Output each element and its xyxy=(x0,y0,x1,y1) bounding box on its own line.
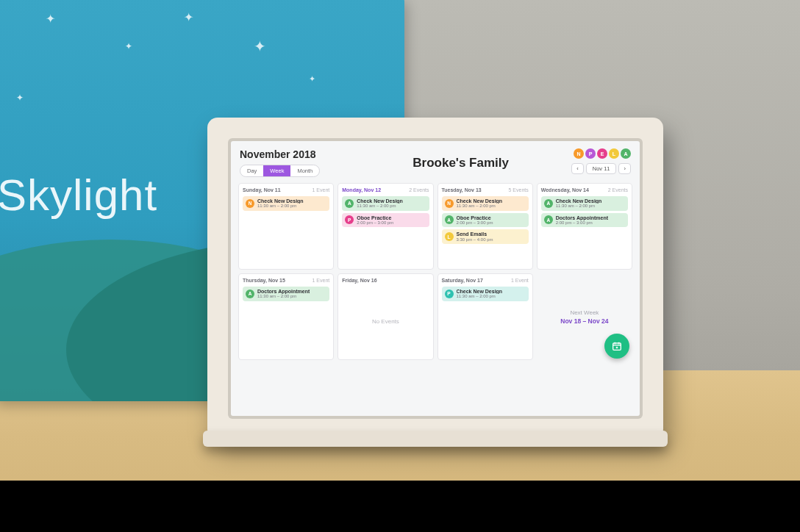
day-name: Wednesday, Nov 14 xyxy=(541,187,589,193)
month-title: November 2018 xyxy=(240,148,350,160)
event-avatar: P xyxy=(345,215,354,224)
event-text: Check New Design11:30 am – 2:00 pm xyxy=(457,198,503,209)
view-week-tab[interactable]: Week xyxy=(263,165,290,176)
family-avatar[interactable]: A xyxy=(621,148,631,159)
day-header: Saturday, Nov 171 Event xyxy=(442,278,529,283)
day-cell[interactable]: Wednesday, Nov 142 EventsACheck New Desi… xyxy=(537,183,632,270)
event-card[interactable]: LSend Emails3:30 pm – 4:00 pm xyxy=(442,229,529,244)
view-segmented-control: Day Week Month xyxy=(240,165,320,177)
event-card[interactable]: AOboe Practice2:00 pm – 3:00 pm xyxy=(442,213,529,228)
event-time: 2:00 pm – 3:00 pm xyxy=(457,220,493,225)
day-event-count: 1 Event xyxy=(511,278,529,283)
calendar-header: November 2018 Day Week Month Brooke's Fa… xyxy=(231,141,640,180)
day-header: Sunday, Nov 111 Event xyxy=(243,187,329,193)
event-text: Check New Design11:30 am – 2:00 pm xyxy=(556,198,602,209)
current-date-label: Nov 11 xyxy=(586,163,617,174)
day-name: Sunday, Nov 11 xyxy=(243,187,281,193)
day-event-count: 2 Events xyxy=(608,187,628,193)
day-cell[interactable]: Thursday, Nov 151 EventADoctors Appointm… xyxy=(238,273,334,360)
calendar-plus-icon xyxy=(611,340,623,352)
day-name: Monday, Nov 12 xyxy=(342,187,381,193)
event-time: 3:30 pm – 4:00 pm xyxy=(457,237,493,242)
day-header: Friday, Nov 16 xyxy=(342,278,429,283)
event-avatar: L xyxy=(445,232,454,241)
event-title: Check New Design xyxy=(457,289,503,294)
event-card[interactable]: POboe Practice2:00 pm – 3:00 pm xyxy=(342,213,429,228)
day-event-count: 2 Events xyxy=(409,187,429,193)
product-photo-scene: ✦ ✦ ✦ ✦ ✦ ✦ Skylight November 2018 Day W… xyxy=(0,0,800,532)
event-card[interactable]: ACheck New Design11:30 am – 2:00 pm xyxy=(541,196,628,211)
family-title: Brooke's Family xyxy=(413,156,509,170)
event-title: Check New Design xyxy=(556,198,602,204)
event-avatar: A xyxy=(544,215,553,224)
week-grid: Sunday, Nov 111 EventNCheck New Design11… xyxy=(231,180,640,366)
next-week-label: Next Week xyxy=(570,309,599,316)
event-time: 11:30 am – 2:00 pm xyxy=(257,204,304,208)
event-card[interactable]: ACheck New Design11:30 am – 2:00 pm xyxy=(342,196,429,211)
day-cell[interactable]: Monday, Nov 122 EventsACheck New Design1… xyxy=(338,183,433,270)
prev-week-button[interactable]: ‹ xyxy=(571,163,584,174)
family-avatar-row: NPELA xyxy=(571,148,631,159)
event-title: Oboe Practice xyxy=(457,215,493,220)
star-icon: ✦ xyxy=(254,37,266,55)
event-card[interactable]: PCheck New Design11:30 am – 2:00 pm xyxy=(442,287,529,301)
event-time: 11:30 am – 2:00 pm xyxy=(357,204,403,208)
event-card[interactable]: ADoctors Appointment11:30 am – 2:00 pm xyxy=(243,287,329,301)
event-card[interactable]: ADoctors Appointment2:00 pm – 3:00 pm xyxy=(541,213,628,228)
event-time: 11:30 am – 2:00 pm xyxy=(556,204,602,208)
event-title: Check New Design xyxy=(257,198,304,204)
event-time: 11:30 am – 2:00 pm xyxy=(257,294,310,298)
family-avatar[interactable]: E xyxy=(597,148,607,159)
event-text: Send Emails3:30 pm – 4:00 pm xyxy=(457,231,493,242)
event-text: Oboe Practice2:00 pm – 3:00 pm xyxy=(457,215,493,226)
event-text: Check New Design11:30 am – 2:00 pm xyxy=(357,198,403,209)
family-avatar[interactable]: P xyxy=(585,148,596,159)
event-text: Oboe Practice2:00 pm – 3:00 pm xyxy=(357,215,393,226)
family-avatar[interactable]: N xyxy=(574,148,584,159)
event-avatar: N xyxy=(246,199,254,208)
box-brand-text: Skylight xyxy=(0,170,157,220)
day-header: Thursday, Nov 151 Event xyxy=(243,278,329,283)
star-icon: ✦ xyxy=(309,74,315,84)
event-text: Check New Design11:30 am – 2:00 pm xyxy=(457,289,503,299)
event-text: Doctors Appointment11:30 am – 2:00 pm xyxy=(257,289,310,299)
event-text: Check New Design11:30 am – 2:00 pm xyxy=(257,198,304,209)
event-time: 11:30 am – 2:00 pm xyxy=(457,204,503,208)
day-cell[interactable]: Tuesday, Nov 135 EventsNCheck New Design… xyxy=(438,183,533,270)
screen-bezel: November 2018 Day Week Month Brooke's Fa… xyxy=(228,138,643,419)
event-time: 11:30 am – 2:00 pm xyxy=(457,294,503,298)
star-icon: ✦ xyxy=(184,10,193,24)
next-week-button[interactable]: › xyxy=(618,163,631,174)
day-cell[interactable]: Saturday, Nov 171 EventPCheck New Design… xyxy=(438,273,533,360)
event-title: Check New Design xyxy=(357,198,403,204)
date-nav: ‹ Nov 11 › xyxy=(571,163,631,174)
family-avatar[interactable]: L xyxy=(609,148,619,159)
event-title: Doctors Appointment xyxy=(257,289,310,294)
event-time: 2:00 pm – 3:00 pm xyxy=(556,220,608,225)
day-name: Saturday, Nov 17 xyxy=(442,278,483,283)
event-text: Doctors Appointment2:00 pm – 3:00 pm xyxy=(556,215,608,226)
add-event-fab[interactable] xyxy=(604,334,629,359)
event-time: 2:00 pm – 3:00 pm xyxy=(357,220,393,225)
event-title: Check New Design xyxy=(457,198,503,204)
next-week-cell[interactable]: Next WeekNov 18 – Nov 24 xyxy=(537,273,632,360)
day-event-count: 1 Event xyxy=(312,187,330,193)
day-header: Monday, Nov 122 Events xyxy=(342,187,429,193)
day-header: Wednesday, Nov 142 Events xyxy=(541,187,628,193)
event-avatar: N xyxy=(445,199,454,208)
event-avatar: A xyxy=(246,290,254,298)
event-card[interactable]: NCheck New Design11:30 am – 2:00 pm xyxy=(442,196,529,211)
day-name: Thursday, Nov 15 xyxy=(243,278,285,283)
day-event-count: 1 Event xyxy=(312,278,330,283)
day-cell[interactable]: Friday, Nov 16No Events xyxy=(338,273,433,360)
event-card[interactable]: NCheck New Design11:30 am – 2:00 pm xyxy=(243,196,329,211)
event-title: Oboe Practice xyxy=(357,215,393,220)
device-stand xyxy=(203,431,668,447)
view-day-tab[interactable]: Day xyxy=(240,165,263,176)
day-cell[interactable]: Sunday, Nov 111 EventNCheck New Design11… xyxy=(238,183,334,270)
view-month-tab[interactable]: Month xyxy=(290,165,319,176)
no-events-label: No Events xyxy=(342,287,429,356)
calendar-app-screen: November 2018 Day Week Month Brooke's Fa… xyxy=(231,141,640,416)
day-event-count: 5 Events xyxy=(509,187,529,193)
event-avatar: A xyxy=(345,199,354,208)
